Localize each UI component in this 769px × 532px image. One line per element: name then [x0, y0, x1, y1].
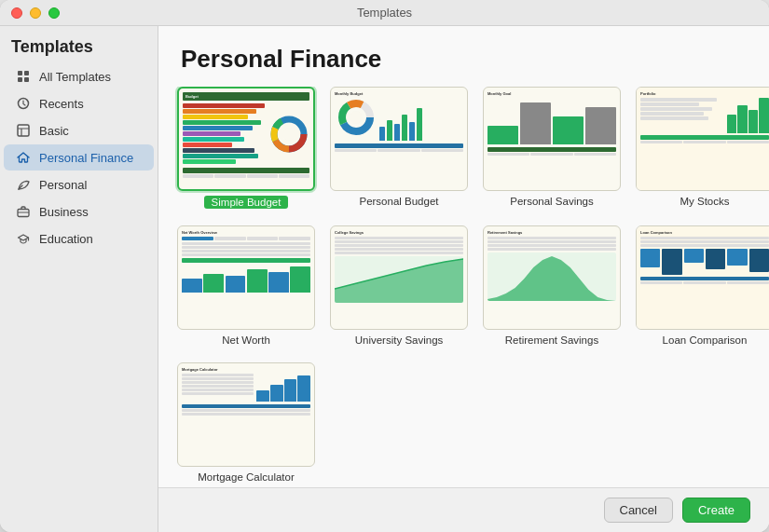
- template-personal-savings[interactable]: Monthly Goal: [483, 87, 621, 209]
- svg-point-13: [282, 128, 295, 141]
- templates-grid: Budget: [158, 87, 769, 487]
- sidebar-item-recents[interactable]: Recents: [4, 90, 154, 116]
- template-personal-budget-label: Personal Budget: [359, 196, 438, 207]
- app-window: Templates Templates All Templates: [0, 0, 769, 532]
- create-button[interactable]: Create: [682, 498, 750, 523]
- svg-rect-3: [24, 77, 29, 82]
- template-net-worth[interactable]: Net Worth Overview: [177, 225, 315, 346]
- template-mortgage-calculator-label: Mortgage Calculator: [198, 471, 295, 483]
- template-simple-budget-label: Simple Budget: [204, 196, 289, 209]
- sidebar-item-personal[interactable]: Personal: [4, 171, 154, 198]
- sidebar-title: Templates: [0, 34, 158, 62]
- cancel-button[interactable]: Cancel: [604, 498, 673, 523]
- sidebar-item-business[interactable]: Business: [4, 198, 154, 225]
- template-personal-budget[interactable]: Monthly Budget: [330, 87, 468, 209]
- sidebar: Templates All Templates: [0, 26, 158, 532]
- leaf-icon: [15, 176, 32, 193]
- template-personal-savings-thumb: Monthly Goal: [483, 87, 621, 191]
- titlebar: Templates: [0, 0, 769, 26]
- sidebar-item-personal-label: Personal: [39, 178, 87, 192]
- template-my-stocks-thumb: Portfolio: [636, 87, 769, 191]
- template-simple-budget-thumb: Budget: [177, 87, 315, 191]
- sidebar-item-basic[interactable]: Basic: [4, 117, 154, 143]
- main-area: Personal Finance Budget: [158, 26, 769, 532]
- sidebar-item-personal-finance-label: Personal Finance: [39, 151, 133, 165]
- template-my-stocks-label: My Stocks: [680, 196, 729, 207]
- template-university-savings[interactable]: College Savings: [330, 225, 468, 346]
- main-content: Templates All Templates: [0, 26, 769, 532]
- sidebar-item-basic-label: Basic: [39, 124, 69, 138]
- table-icon: [15, 122, 32, 139]
- template-university-savings-thumb: College Savings: [330, 225, 468, 330]
- sidebar-item-education[interactable]: Education: [4, 225, 154, 252]
- page-title: Personal Finance: [181, 45, 747, 74]
- svg-rect-1: [24, 71, 29, 75]
- template-loan-comparison-label: Loan Comparison: [663, 334, 748, 346]
- sidebar-item-business-label: Business: [39, 205, 89, 219]
- sidebar-item-all-templates[interactable]: All Templates: [4, 63, 154, 89]
- footer: Cancel Create: [158, 487, 769, 532]
- briefcase-icon: [15, 203, 32, 220]
- template-loan-comparison[interactable]: Loan Comparison: [636, 225, 769, 346]
- template-loan-comparison-thumb: Loan Comparison: [636, 225, 769, 330]
- template-mortgage-calculator-thumb: Mortgage Calculator: [177, 362, 315, 467]
- svg-rect-0: [18, 71, 22, 75]
- template-retirement-savings-label: Retirement Savings: [505, 334, 598, 346]
- grid-icon: [15, 68, 32, 85]
- template-retirement-savings-thumb: Retirement Savings: [483, 225, 621, 330]
- section-header: Personal Finance: [158, 26, 769, 87]
- svg-point-18: [350, 111, 363, 124]
- template-mortgage-calculator[interactable]: Mortgage Calculator: [177, 362, 315, 483]
- svg-rect-5: [18, 125, 29, 136]
- template-net-worth-label: Net Worth: [222, 334, 270, 346]
- sidebar-item-all-templates-label: All Templates: [39, 70, 111, 84]
- template-retirement-savings[interactable]: Retirement Savings: [483, 225, 621, 346]
- house-icon: [15, 149, 32, 166]
- template-net-worth-thumb: Net Worth Overview: [177, 225, 315, 330]
- template-personal-budget-thumb: Monthly Budget: [330, 87, 468, 191]
- template-personal-savings-label: Personal Savings: [510, 196, 594, 207]
- graduation-icon: [15, 230, 32, 247]
- template-my-stocks[interactable]: Portfolio: [636, 87, 769, 209]
- sidebar-item-education-label: Education: [39, 232, 93, 246]
- sidebar-item-personal-finance[interactable]: Personal Finance: [4, 144, 154, 171]
- template-university-savings-label: University Savings: [355, 334, 444, 346]
- template-simple-budget[interactable]: Budget: [177, 87, 315, 209]
- svg-rect-2: [18, 77, 22, 82]
- window-title: Templates: [11, 6, 758, 20]
- sidebar-item-recents-label: Recents: [39, 97, 84, 111]
- clock-icon: [15, 95, 32, 112]
